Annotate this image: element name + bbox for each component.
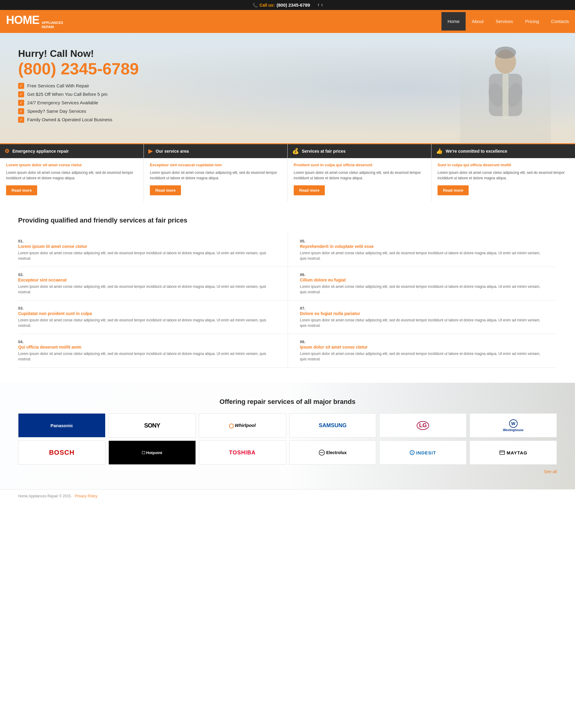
- info-card-1-title: Emergency appliance repair: [12, 149, 69, 154]
- service-desc-4: Lorem ipsum dolor sit amet conse ctetur …: [18, 351, 270, 362]
- brand-electrolux[interactable]: Electrolux: [289, 441, 376, 465]
- service-item-7: 07. Dolore eu fugiat nulla pariatur Lore…: [288, 300, 557, 334]
- info-card-3-subtitle: Proident sunt in culpa qui officia deser…: [294, 163, 425, 168]
- service-title-2: Excepteur sint occaecat: [18, 278, 270, 282]
- feature-text-4: Speedy? Same Day Services: [27, 108, 86, 114]
- brand-sony[interactable]: SONY: [108, 413, 196, 438]
- phone-number: (800) 2345-6789: [276, 2, 310, 7]
- service-item-4: 04. Qui officia deserunt mollit anim Lor…: [18, 334, 288, 368]
- services-grid: 01. Lorem ipsum tit amet conse ctetur Lo…: [18, 233, 557, 368]
- brands-grid: Panasonic SONY Whirlpool SAMSUNG LG W We…: [18, 413, 557, 465]
- service-desc-3: Lorem ipsum dolor sit amet conse ctetur …: [18, 317, 270, 328]
- info-cards-section: ⚙ Emergency appliance repair Lorem ipsum…: [0, 143, 575, 202]
- feature-1: ✓ Free Services Call With Repair: [18, 83, 175, 89]
- service-desc-8: Lorem ipsum dolor sit amet conse ctetur …: [300, 351, 545, 362]
- brand-panasonic[interactable]: Panasonic: [18, 413, 105, 438]
- brands-section: Offering repair services of all major br…: [0, 383, 575, 489]
- info-card-3: 💰 Services at fair prices Proident sunt …: [288, 144, 432, 202]
- feature-text-1: Free Services Call With Repair: [27, 83, 89, 88]
- nav-pricing[interactable]: Pricing: [519, 12, 545, 31]
- brand-westinghouse[interactable]: W Westinghouse: [470, 413, 557, 438]
- electrolux-icon: [319, 449, 325, 455]
- service-desc-7: Lorem ipsum dolor sit amet conse ctetur …: [300, 317, 545, 328]
- service-num-6: 06.: [300, 273, 545, 277]
- check-icon-2: ✓: [18, 91, 24, 97]
- info-card-2-body: Lorem ipsum dolor sit amet conse ctetur …: [150, 170, 281, 181]
- info-card-2-header: ▶ Our service area: [144, 144, 288, 158]
- site-footer: Home Appliances Repair © 2015. Privacy P…: [0, 489, 575, 503]
- feature-text-2: Get $25 Off When You Call Before 5 pm: [27, 92, 108, 97]
- check-icon-1: ✓: [18, 83, 24, 89]
- brand-toshiba[interactable]: TOSHIBA: [199, 441, 286, 465]
- brand-maytag-label: MAYTAG: [499, 449, 528, 455]
- hero-person-image: [460, 40, 551, 143]
- svg-point-1: [495, 46, 516, 59]
- twitter-icon[interactable]: t: [322, 3, 323, 7]
- read-more-btn-4[interactable]: Read more: [438, 185, 469, 195]
- service-desc-5: Lorem ipsum dolor sit amet conse ctetur …: [300, 250, 545, 261]
- facebook-icon[interactable]: f: [318, 3, 319, 7]
- brand-whirlpool[interactable]: Whirlpool: [199, 413, 286, 438]
- service-num-4: 04.: [18, 340, 270, 344]
- service-title-1: Lorem ipsum tit amet conse ctetur: [18, 244, 270, 249]
- service-desc-1: Lorem ipsum dolor sit amet conse ctetur …: [18, 250, 270, 261]
- hero-headline: Hurry! Call Now!: [18, 48, 175, 59]
- info-card-3-header: 💰 Services at fair prices: [288, 144, 431, 158]
- brand-hotpoint[interactable]: Hotpoint: [108, 441, 196, 465]
- brand-electrolux-label: Electrolux: [319, 449, 347, 455]
- service-item-3: 03. Cupidatat non proident sunt in culpa…: [18, 300, 288, 334]
- brand-lg-label: LG: [417, 421, 429, 430]
- nav-home[interactable]: Home: [441, 12, 466, 31]
- service-title-4: Qui officia deserunt mollit anim: [18, 345, 270, 349]
- brand-panasonic-label: Panasonic: [50, 423, 73, 428]
- privacy-policy-link[interactable]: Privacy Policy: [75, 494, 98, 498]
- service-num-3: 03.: [18, 306, 270, 311]
- service-num-1: 01.: [18, 239, 270, 243]
- services-heading: Providing qualified and friendly service…: [18, 217, 557, 224]
- service-item-6: 06. Cillum dolore eu fugiat Lorem ipsum …: [288, 267, 557, 300]
- price-icon: 💰: [292, 148, 299, 155]
- nav-contacts[interactable]: Contacts: [545, 12, 575, 31]
- service-title-5: Reprehenderit in voluptate velit esse: [300, 244, 545, 249]
- info-card-2-title: Our service area: [156, 149, 189, 154]
- location-icon: ▶: [148, 148, 153, 155]
- service-title-7: Dolore eu fugiat nulla pariatur: [300, 311, 545, 316]
- maytag-icon: [499, 449, 505, 455]
- brand-bosch[interactable]: BOSCH: [18, 441, 105, 465]
- service-title-8: Ipsum dolor sit amet conse ctetur: [300, 345, 545, 349]
- service-desc-6: Lorem ipsum dolor sit amet conse ctetur …: [300, 284, 545, 295]
- info-card-4-body: Lorem ipsum dolor sit amet conse ctetur …: [438, 170, 569, 181]
- read-more-btn-3[interactable]: Read more: [294, 185, 325, 195]
- check-icon-3: ✓: [18, 100, 24, 106]
- service-num-8: 08.: [300, 340, 545, 344]
- read-more-btn-2[interactable]: Read more: [150, 185, 181, 195]
- service-title-6: Cillum dolore eu fugiat: [300, 278, 545, 282]
- top-bar: 📞 Call us: (800) 2345-6789 f t: [0, 0, 575, 10]
- brand-sony-label: SONY: [144, 422, 160, 429]
- brand-indesit[interactable]: i INDESIT: [379, 441, 467, 465]
- info-card-3-title: Services at fair prices: [302, 149, 346, 154]
- brand-westinghouse-label: W Westinghouse: [503, 419, 523, 432]
- brand-hotpoint-label: Hotpoint: [139, 449, 165, 457]
- brand-bosch-label: BOSCH: [49, 449, 74, 456]
- brand-toshiba-label: TOSHIBA: [229, 449, 256, 456]
- hero-phone: (800) 2345-6789: [18, 60, 175, 77]
- main-nav: Home About Services Pricing Contacts: [441, 12, 575, 31]
- feature-text-5: Family Owned & Operated Local Business: [27, 117, 112, 122]
- service-desc-2: Lorem ipsum dolor sit amet conse ctetur …: [18, 284, 270, 295]
- read-more-btn-1[interactable]: Read more: [6, 185, 37, 195]
- info-card-1-subtitle: Lorem ipsum dolor sit amet conse ctetur: [6, 163, 137, 168]
- brand-samsung[interactable]: SAMSUNG: [289, 413, 376, 438]
- info-card-1-body: Lorem ipsum dolor sit amet conse ctetur …: [6, 170, 137, 181]
- see-all-link[interactable]: See all: [18, 469, 557, 474]
- brand-maytag[interactable]: MAYTAG: [470, 441, 557, 465]
- logo[interactable]: HOME APPLIANCES REPAIR: [6, 10, 69, 33]
- info-card-2-subtitle: Excepteur sint occaecat cupidatat non: [150, 163, 281, 168]
- nav-about[interactable]: About: [466, 12, 489, 31]
- gear-icon: ⚙: [4, 148, 9, 155]
- service-item-1: 01. Lorem ipsum tit amet conse ctetur Lo…: [18, 233, 288, 267]
- footer-copyright: Home Appliances Repair © 2015.: [18, 494, 72, 498]
- service-num-5: 05.: [300, 239, 545, 243]
- brand-lg[interactable]: LG: [379, 413, 467, 438]
- nav-services[interactable]: Services: [489, 12, 519, 31]
